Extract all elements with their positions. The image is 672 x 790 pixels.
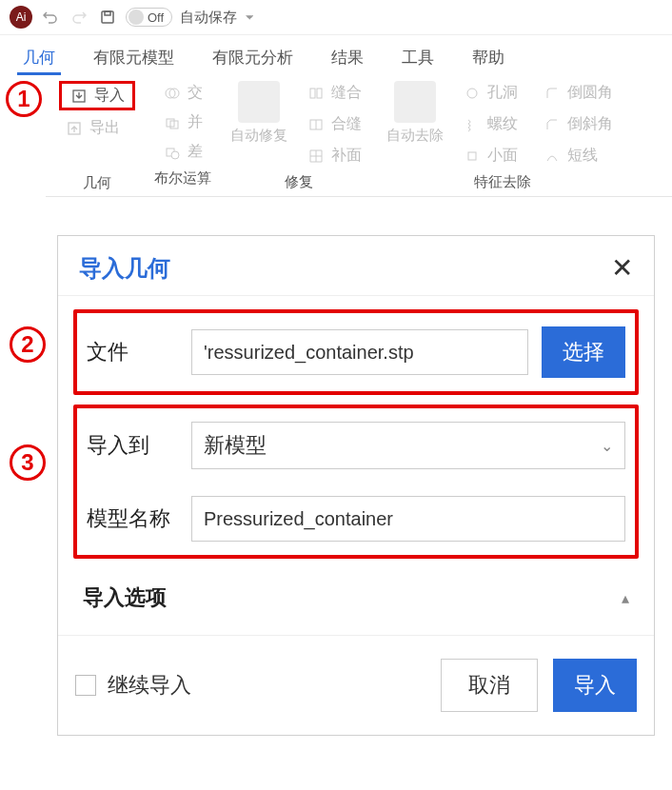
import-options-header[interactable]: 导入选项 ▴ xyxy=(73,568,639,622)
stitch-label: 合缝 xyxy=(331,114,362,134)
ribbon-group-feature-remove: 自动去除 孔洞 螺纹 小面 xyxy=(377,81,628,192)
import-to-label: 导入到 xyxy=(87,431,178,460)
export-label: 导出 xyxy=(89,118,120,138)
intersect-icon xyxy=(163,84,182,103)
model-name-input[interactable] xyxy=(191,496,625,542)
close-icon[interactable]: ✕ xyxy=(611,255,633,282)
dialog-header: 导入几何 ✕ xyxy=(58,236,654,296)
redo-icon[interactable] xyxy=(69,7,89,28)
tab-geometry[interactable]: 几何 xyxy=(17,43,61,75)
svg-rect-11 xyxy=(317,89,322,98)
auto-repair-button[interactable]: 自动修复 xyxy=(230,81,287,168)
group-title-geometry: 几何 xyxy=(83,174,111,192)
svg-point-14 xyxy=(467,89,477,98)
import-dialog: 导入几何 ✕ 文件 选择 导入到 新模型 ⌄ xyxy=(57,235,655,736)
annotation-1: 1 xyxy=(6,81,42,117)
auto-repair-icon xyxy=(238,81,280,123)
svg-rect-0 xyxy=(102,11,113,23)
union-button[interactable]: 并 xyxy=(157,110,208,134)
hole-icon xyxy=(463,84,482,103)
intersect-button[interactable]: 交 xyxy=(157,81,208,105)
dialog-title: 导入几何 xyxy=(79,253,170,284)
topbar: Ai Off 自动保存 ⏷ xyxy=(0,0,672,35)
auto-remove-label: 自动去除 xyxy=(386,127,444,145)
union-icon xyxy=(163,113,182,132)
main-tabs: 几何 有限元模型 有限元分析 结果 工具 帮助 xyxy=(0,35,672,75)
save-icon[interactable] xyxy=(97,7,118,28)
import-to-select[interactable]: 新模型 ⌄ xyxy=(191,422,625,469)
tab-fem-analysis[interactable]: 有限元分析 xyxy=(207,43,299,75)
import-label: 导入 xyxy=(94,86,125,106)
chevron-down-icon: ⌄ xyxy=(601,437,613,455)
fillet-icon xyxy=(543,84,562,103)
cancel-button[interactable]: 取消 xyxy=(441,659,538,712)
annotation-2: 2 xyxy=(10,326,46,363)
tab-help[interactable]: 帮助 xyxy=(466,43,510,75)
thread-button[interactable]: 螺纹 xyxy=(457,112,524,136)
fillet-button[interactable]: 倒圆角 xyxy=(537,81,619,105)
svg-rect-1 xyxy=(105,11,110,15)
annotation-3: 3 xyxy=(10,444,46,481)
sew-button[interactable]: 缝合 xyxy=(301,81,367,105)
target-section-highlight: 导入到 新模型 ⌄ 模型名称 xyxy=(73,405,639,559)
import-icon xyxy=(69,87,89,106)
union-label: 并 xyxy=(188,112,203,132)
auto-remove-button[interactable]: 自动去除 xyxy=(386,81,444,168)
group-title-boolean: 布尔运算 xyxy=(154,169,211,188)
export-button[interactable]: 导出 xyxy=(59,116,135,140)
chamfer-label: 倒斜角 xyxy=(567,114,613,134)
stitch-button[interactable]: 合缝 xyxy=(301,112,367,136)
shortedge-button[interactable]: 短线 xyxy=(537,144,619,168)
app-icon: Ai xyxy=(10,6,32,29)
hole-label: 孔洞 xyxy=(487,83,518,103)
subtract-button[interactable]: 差 xyxy=(157,140,208,164)
tab-results[interactable]: 结果 xyxy=(326,43,369,75)
continue-import-checkbox[interactable] xyxy=(75,675,96,696)
smallface-button[interactable]: 小面 xyxy=(457,144,524,168)
sew-icon xyxy=(306,84,326,103)
thread-icon xyxy=(463,115,482,134)
shortedge-label: 短线 xyxy=(567,146,598,166)
toggle-label: Off xyxy=(148,10,164,25)
smallface-label: 小面 xyxy=(487,146,518,166)
svg-rect-15 xyxy=(468,152,476,160)
ribbon-group-boolean: 交 并 差 布尔运算 xyxy=(145,81,221,192)
select-file-button[interactable]: 选择 xyxy=(542,326,625,378)
autosave-toggle[interactable]: Off xyxy=(126,8,172,27)
group-title-repair: 修复 xyxy=(285,173,313,191)
file-input[interactable] xyxy=(191,329,528,375)
smallface-icon xyxy=(463,147,482,166)
auto-repair-label: 自动修复 xyxy=(230,127,287,145)
chamfer-button[interactable]: 倒斜角 xyxy=(537,112,619,136)
autosave-dropdown-icon[interactable]: ⏷ xyxy=(245,11,255,23)
fillet-label: 倒圆角 xyxy=(567,83,613,103)
svg-point-9 xyxy=(171,151,179,159)
fill-label: 补面 xyxy=(331,146,362,166)
sew-label: 缝合 xyxy=(331,83,362,103)
model-name-label: 模型名称 xyxy=(87,504,178,533)
fill-icon xyxy=(306,147,326,166)
group-title-feature-remove: 特征去除 xyxy=(474,173,531,191)
ribbon-group-repair: 自动修复 缝合 合缝 补面 修复 xyxy=(221,81,377,192)
undo-icon[interactable] xyxy=(40,7,61,28)
autosave-text: 自动保存 xyxy=(180,9,237,27)
chamfer-icon xyxy=(543,115,562,134)
intersect-label: 交 xyxy=(188,83,203,103)
collapse-icon: ▴ xyxy=(622,589,629,607)
import-to-value: 新模型 xyxy=(204,431,267,460)
shortedge-icon xyxy=(543,147,562,166)
export-icon xyxy=(65,119,84,138)
subtract-icon xyxy=(163,143,182,162)
fill-button[interactable]: 补面 xyxy=(301,144,367,168)
hole-button[interactable]: 孔洞 xyxy=(457,81,524,105)
tab-tools[interactable]: 工具 xyxy=(396,43,440,75)
ribbon-group-geometry: 导入 导出 几何 xyxy=(49,81,145,192)
import-button-dialog[interactable]: 导入 xyxy=(553,659,637,712)
stitch-icon xyxy=(306,115,326,134)
import-options-title: 导入选项 xyxy=(83,583,167,612)
tab-fem-model[interactable]: 有限元模型 xyxy=(88,43,180,75)
import-button[interactable]: 导入 xyxy=(59,81,135,110)
file-label: 文件 xyxy=(87,338,178,366)
file-section-highlight: 文件 选择 xyxy=(73,309,639,395)
continue-import-label: 继续导入 xyxy=(108,671,191,700)
